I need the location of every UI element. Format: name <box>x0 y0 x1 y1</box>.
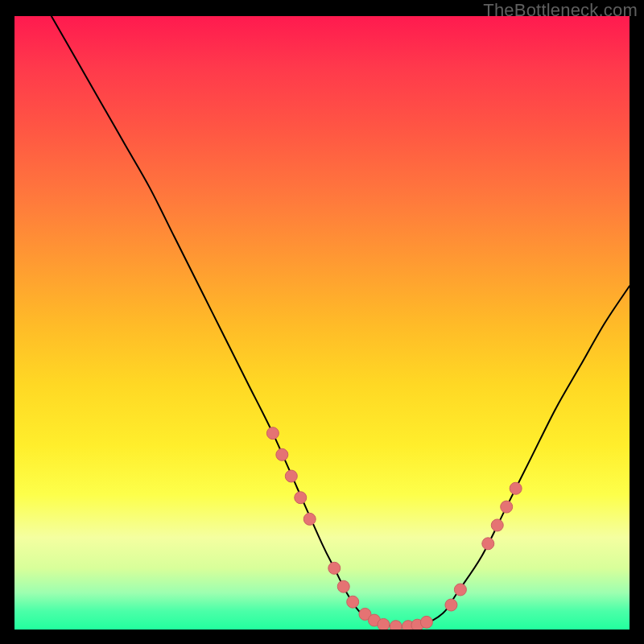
chart-marker <box>328 562 341 574</box>
chart-marker <box>420 616 432 628</box>
chart-marker <box>482 538 494 550</box>
chart-marker <box>295 492 307 504</box>
chart-marker <box>510 482 522 494</box>
chart-marker <box>276 448 288 460</box>
chart-marker <box>445 599 457 611</box>
chart-marker <box>266 427 279 440</box>
chart-marker <box>501 501 513 513</box>
chart-frame <box>14 16 630 630</box>
chart-marker <box>303 513 316 525</box>
chart-marker <box>390 621 402 630</box>
watermark-text: TheBottleneck.com <box>483 0 638 21</box>
chart-marker <box>285 470 297 482</box>
bottleneck-curve-path <box>52 16 630 626</box>
chart-marker <box>347 596 359 608</box>
chart-marker <box>491 519 503 531</box>
chart-marker <box>337 580 349 592</box>
chart-marker <box>454 584 466 596</box>
chart-svg <box>14 16 630 630</box>
chart-marker <box>378 618 390 630</box>
chart-markers-group <box>266 427 522 630</box>
